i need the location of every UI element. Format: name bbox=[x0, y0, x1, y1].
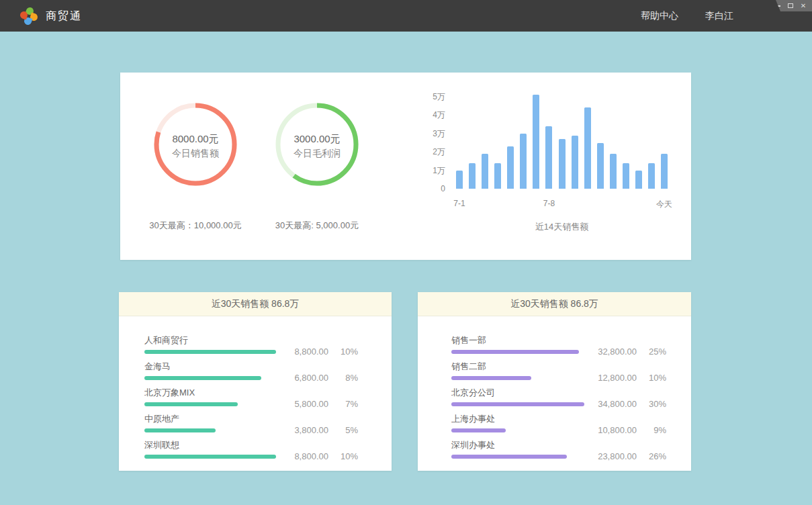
sales-bar bbox=[469, 163, 476, 189]
rank-row: 北京万象MIX5,800.007% bbox=[144, 380, 358, 406]
maximize-button[interactable] bbox=[787, 3, 794, 9]
rank-item-name: 中原地产 bbox=[144, 414, 276, 424]
chart-title: 近14天销售额 bbox=[456, 221, 668, 233]
rank-percent: 7% bbox=[328, 399, 358, 409]
sales-bar bbox=[572, 136, 578, 189]
sales-bar bbox=[494, 163, 501, 189]
rank-item-name: 北京分公司 bbox=[451, 387, 584, 398]
rank-values: 12,800.0010% bbox=[584, 373, 666, 383]
rank-row: 深圳联想8,800.0010% bbox=[144, 432, 358, 459]
rank-bar-track bbox=[144, 402, 276, 406]
today-profit-label: 今日毛利润 bbox=[275, 146, 359, 160]
rank-amount: 8,800.00 bbox=[276, 347, 328, 357]
sales-bar bbox=[520, 134, 527, 189]
y-tick-label: 3万 bbox=[416, 129, 445, 138]
rank-bar-track bbox=[144, 455, 276, 459]
rank-item-name: 销售一部 bbox=[451, 335, 584, 345]
rank-bar bbox=[144, 402, 238, 406]
minimize-button[interactable] bbox=[774, 3, 781, 9]
department-rank-title: 近30天销售额 86.8万 bbox=[418, 292, 691, 316]
rank-percent: 26% bbox=[637, 451, 666, 461]
titlebar-nav: 帮助中心 李白江 bbox=[641, 0, 733, 32]
ring-center-text: 8000.00元 今日销售额 bbox=[154, 128, 237, 160]
rank-bar bbox=[144, 428, 216, 432]
rank-row: 深圳办事处23,800.0026% bbox=[451, 432, 666, 459]
help-center-link[interactable]: 帮助中心 bbox=[641, 10, 678, 22]
rank-bar-track bbox=[451, 455, 584, 459]
sales-bar bbox=[507, 146, 514, 189]
today-sales-ring-block: 8000.00元 今日销售额 30天最高：10,000.00元 bbox=[128, 103, 263, 232]
y-tick-label: 2万 bbox=[416, 147, 445, 156]
user-name-link[interactable]: 李白江 bbox=[705, 10, 733, 22]
sales-bar bbox=[559, 139, 566, 189]
sales-bar bbox=[482, 154, 488, 189]
rank-percent: 9% bbox=[637, 425, 666, 435]
customer-rank-card: 近30天销售额 86.8万 人和商贸行8,800.0010%金海马6,800.0… bbox=[119, 292, 392, 471]
sales-bar bbox=[635, 171, 642, 189]
rank-values: 8,800.0010% bbox=[276, 451, 358, 461]
y-tick-label: 1万 bbox=[416, 166, 445, 175]
rank-row: 上海办事处10,800.009% bbox=[451, 406, 666, 432]
rank-values: 8,800.0010% bbox=[276, 347, 358, 357]
rank-row: 北京分公司34,800.0030% bbox=[451, 380, 666, 406]
app-window: 商贸通 帮助中心 李白江 ✕ 8000.00元 今日销售额 30天最 bbox=[0, 0, 812, 505]
sales-bar bbox=[648, 163, 655, 189]
rank-amount: 32,800.00 bbox=[584, 347, 637, 357]
rank-bar-track bbox=[144, 428, 276, 432]
sales-14day-chart: 01万2万3万4万5万 7-17-8今天 近14天销售额 bbox=[416, 91, 678, 249]
title-bar: 商贸通 帮助中心 李白江 ✕ bbox=[0, 0, 812, 32]
rank-item: 人和商贸行 bbox=[144, 335, 276, 354]
rank-bar-track bbox=[451, 350, 584, 354]
rank-item-name: 人和商贸行 bbox=[144, 335, 276, 345]
rank-amount: 8,800.00 bbox=[276, 451, 328, 461]
profit-30day-max: 30天最高: 5,000.00元 bbox=[250, 220, 384, 232]
maximize-icon bbox=[788, 3, 793, 8]
rank-bar bbox=[144, 455, 276, 459]
app-title: 商贸通 bbox=[46, 0, 82, 32]
y-tick-label: 5万 bbox=[416, 92, 445, 101]
rank-values: 10,800.009% bbox=[584, 425, 666, 435]
today-sales-donut: 8000.00元 今日销售额 bbox=[154, 103, 237, 186]
rank-row: 金海马6,800.008% bbox=[144, 354, 358, 380]
sales-30day-max: 30天最高：10,000.00元 bbox=[128, 220, 263, 232]
rank-row: 中原地产3,800.005% bbox=[144, 406, 358, 432]
rank-item: 北京万象MIX bbox=[144, 387, 276, 406]
rank-item: 金海马 bbox=[144, 361, 276, 380]
rank-percent: 10% bbox=[328, 451, 358, 461]
rank-values: 23,800.0026% bbox=[584, 451, 666, 461]
rank-amount: 6,800.00 bbox=[276, 373, 328, 383]
sales-bar bbox=[456, 171, 463, 189]
rank-values: 5,800.007% bbox=[276, 399, 358, 409]
rank-bar-track bbox=[451, 428, 584, 432]
rank-item: 中原地产 bbox=[144, 414, 276, 432]
rank-item-name: 北京万象MIX bbox=[144, 387, 276, 398]
rank-item-name: 深圳联想 bbox=[144, 440, 276, 450]
bar-plot-area bbox=[456, 97, 668, 189]
rank-amount: 5,800.00 bbox=[276, 399, 328, 409]
close-button[interactable]: ✕ bbox=[800, 3, 807, 9]
rank-row: 销售二部12,800.0010% bbox=[451, 354, 666, 380]
rank-item-name: 深圳办事处 bbox=[451, 440, 584, 450]
rank-bar bbox=[144, 350, 276, 354]
sales-bar bbox=[545, 126, 552, 189]
rank-amount: 3,800.00 bbox=[276, 425, 328, 435]
window-controls: ✕ bbox=[769, 0, 812, 11]
rank-row: 销售一部32,800.0025% bbox=[451, 328, 666, 354]
rank-item: 销售二部 bbox=[451, 361, 584, 380]
minimize-icon bbox=[775, 5, 780, 7]
app-logo-icon bbox=[20, 7, 38, 25]
rank-bar bbox=[451, 428, 506, 432]
rank-item: 上海办事处 bbox=[451, 414, 584, 432]
ring-center-text: 3000.00元 今日毛利润 bbox=[275, 128, 359, 160]
today-sales-label: 今日销售额 bbox=[154, 146, 237, 160]
rank-bar-track bbox=[144, 376, 276, 380]
today-sales-value: 8000.00元 bbox=[154, 132, 237, 146]
rank-values: 6,800.008% bbox=[276, 373, 358, 383]
x-tick-label: 7-1 bbox=[453, 199, 465, 208]
rank-bar bbox=[144, 376, 261, 380]
rank-amount: 12,800.00 bbox=[584, 373, 637, 383]
rank-percent: 30% bbox=[637, 399, 666, 409]
rank-item: 北京分公司 bbox=[451, 387, 584, 406]
rank-amount: 10,800.00 bbox=[584, 425, 637, 435]
rank-amount: 23,800.00 bbox=[584, 451, 637, 461]
